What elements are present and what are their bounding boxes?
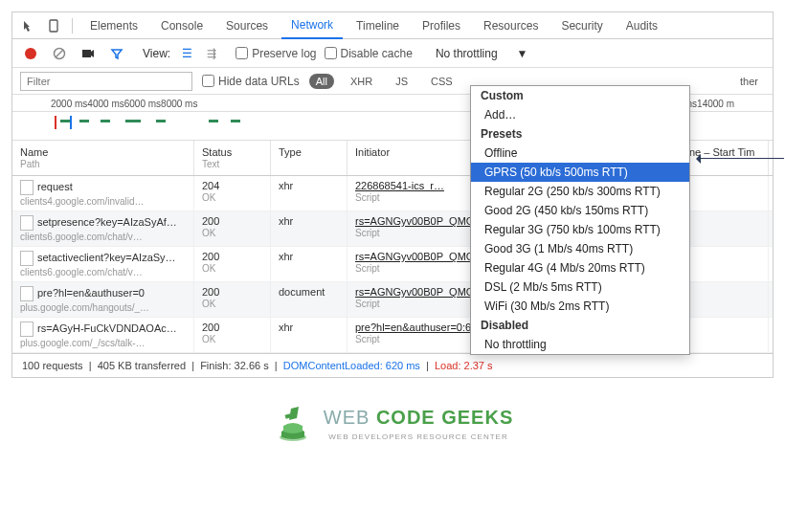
tab-profiles[interactable]: Profiles: [413, 13, 470, 38]
throttle-dropdown[interactable]: No throttling ▼: [428, 47, 536, 60]
file-icon: [20, 321, 34, 337]
throttle-menu-item[interactable]: Regular 4G (4 Mb/s 20ms RTT): [471, 258, 689, 277]
file-icon: [20, 251, 34, 266]
svg-line-2: [56, 50, 63, 57]
pill-other[interactable]: ther: [733, 74, 765, 89]
col-type[interactable]: Type: [271, 141, 348, 175]
logo: WEB CODE GEEKS WEB DEVELOPERS RESOURCE C…: [0, 389, 785, 455]
tab-console[interactable]: Console: [151, 13, 213, 38]
throttle-menu-item[interactable]: Regular 3G (750 kb/s 100ms RTT): [471, 220, 689, 239]
col-name[interactable]: NamePath: [12, 141, 194, 175]
hide-data-urls-checkbox[interactable]: Hide data URLs: [202, 75, 300, 88]
tab-sources[interactable]: Sources: [216, 13, 278, 38]
throttle-menu-add[interactable]: Add…: [471, 105, 689, 124]
file-icon: [20, 286, 34, 301]
preserve-log-checkbox[interactable]: Preserve log: [236, 47, 316, 60]
file-icon: [20, 215, 34, 231]
svg-rect-3: [82, 50, 91, 57]
tab-elements[interactable]: Elements: [80, 13, 147, 38]
stop-icon[interactable]: [49, 43, 70, 64]
svg-rect-0: [50, 20, 57, 32]
throttle-menu-item[interactable]: GPRS (50 kb/s 500ms RTT): [471, 163, 689, 182]
throttle-menu-item[interactable]: Good 2G (450 kb/s 150ms RTT): [471, 201, 689, 220]
tab-resources[interactable]: Resources: [474, 13, 548, 38]
pill-all[interactable]: All: [309, 74, 334, 89]
camera-icon[interactable]: [78, 43, 99, 64]
annotation-arrow: [698, 158, 784, 159]
pill-xhr[interactable]: XHR: [344, 74, 379, 89]
file-icon: [20, 180, 34, 195]
device-icon[interactable]: [43, 15, 64, 36]
throttle-menu-item[interactable]: Regular 2G (250 kb/s 300ms RTT): [471, 182, 689, 201]
throttle-menu-item[interactable]: Good 3G (1 Mb/s 40ms RTT): [471, 239, 689, 258]
throttle-menu-no-throttling[interactable]: No throttling: [471, 335, 689, 354]
inspect-icon[interactable]: [18, 15, 39, 36]
throttle-menu-custom-header: Custom: [471, 86, 689, 105]
tab-audits[interactable]: Audits: [617, 13, 667, 38]
view-label: View:: [143, 47, 170, 60]
throttle-menu-item[interactable]: Offline: [471, 144, 689, 163]
pill-css[interactable]: CSS: [424, 74, 460, 89]
throttle-menu[interactable]: Custom Add… Presets OfflineGPRS (50 kb/s…: [470, 85, 690, 355]
network-subbar: View: ☰ ⇶ Preserve log Disable cache No …: [12, 39, 773, 68]
record-icon[interactable]: [20, 43, 41, 64]
throttle-menu-item[interactable]: WiFi (30 Mb/s 2ms RTT): [471, 297, 689, 316]
main-toolbar: Elements Console Sources Network Timelin…: [12, 12, 773, 39]
logo-icon: [272, 403, 314, 445]
disable-cache-checkbox[interactable]: Disable cache: [325, 47, 413, 60]
filter-input[interactable]: [20, 72, 192, 91]
tab-security[interactable]: Security: [551, 13, 612, 38]
throttle-menu-item[interactable]: DSL (2 Mb/s 5ms RTT): [471, 277, 689, 297]
tab-timeline[interactable]: Timeline: [347, 13, 409, 38]
throttle-menu-presets-header: Presets: [471, 124, 689, 144]
view-list-icon[interactable]: ☰: [178, 45, 195, 62]
col-status[interactable]: StatusText: [194, 141, 271, 175]
view-tree-icon[interactable]: ⇶: [203, 45, 220, 62]
chevron-down-icon: ▼: [517, 47, 528, 60]
throttle-menu-disabled-header: Disabled: [471, 316, 689, 335]
tab-network[interactable]: Network: [281, 12, 343, 39]
filter-icon[interactable]: [106, 43, 127, 64]
pill-js[interactable]: JS: [389, 74, 415, 89]
status-bar: 100 requests | 405 KB transferred | Fini…: [12, 353, 773, 377]
